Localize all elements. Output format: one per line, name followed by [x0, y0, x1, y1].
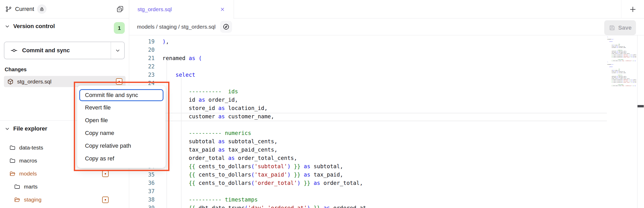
changes-count-badge: 1 [114, 22, 125, 34]
scrollbar-marker[interactable] [638, 105, 644, 107]
folder-label: staging [24, 197, 42, 203]
branch-bar: Current [0, 0, 129, 18]
file-explorer-header[interactable]: File explorer [5, 125, 47, 132]
model-cube-icon [7, 78, 14, 85]
tab-bar: stg_orders.sql [129, 0, 644, 18]
commit-and-sync-button[interactable]: Commit and sync [4, 42, 111, 59]
new-tab-button[interactable] [627, 4, 639, 15]
modified-indicator-icon [116, 78, 122, 85]
version-control-title: Version control [13, 23, 55, 30]
breadcrumb-bar: models / staging / stg_orders.sql Save [129, 18, 644, 35]
branch-name: Current [15, 6, 34, 12]
changed-file-name: stg_orders.sql [17, 79, 51, 85]
git-branch-icon [5, 6, 12, 12]
folder-open-icon [14, 197, 20, 203]
folder-label: models [19, 171, 37, 177]
chevron-down-icon [5, 126, 10, 131]
folder-closed-icon [14, 184, 20, 190]
editor-pane: stg_orders.sql models / staging / stg_or… [129, 0, 644, 208]
folder-label: macros [19, 158, 37, 164]
sidebar-item-models[interactable]: models [0, 167, 129, 180]
sidebar-item-marts[interactable]: marts [0, 180, 129, 193]
tabbar-separator [621, 0, 621, 18]
tab-label: stg_orders.sql [137, 6, 172, 12]
copy-icon[interactable] [116, 5, 124, 13]
folder-label: data-tests [19, 145, 43, 151]
minimap-divider [637, 35, 638, 208]
modified-indicator-icon [102, 171, 109, 177]
menu-item-copy-relative-path[interactable]: Copy relative path [77, 139, 166, 152]
commit-and-sync-label: Commit and sync [22, 47, 70, 54]
menu-item-copy-name[interactable]: Copy name [77, 127, 166, 139]
minimap[interactable]: ), renamed as ( select ---------- ids id… [607, 36, 636, 122]
menu-item-copy-as-ref[interactable]: Copy as ref [77, 152, 166, 165]
chevron-down-icon [5, 24, 10, 29]
menu-item-revert-file[interactable]: Revert file [77, 101, 166, 114]
folder-closed-icon [9, 158, 16, 164]
version-control-header[interactable]: Version control [5, 23, 55, 30]
sidebar-item-staging[interactable]: staging [0, 193, 129, 206]
lock-icon [37, 4, 47, 14]
menu-item-open-file[interactable]: Open file [77, 114, 166, 127]
close-icon[interactable] [220, 6, 225, 12]
file-context-menu: Commit file and sync Revert file Open fi… [77, 86, 166, 168]
compass-icon[interactable] [220, 21, 232, 33]
file-explorer-title: File explorer [13, 125, 47, 132]
modified-indicator-icon [102, 197, 109, 203]
floppy-icon [609, 24, 615, 31]
breadcrumb: models / staging / stg_orders.sql [137, 24, 215, 30]
changes-section-label: Changes [5, 67, 27, 73]
save-label: Save [618, 24, 632, 31]
tab-stg-orders[interactable]: stg_orders.sql [129, 0, 234, 19]
save-button[interactable]: Save [604, 20, 636, 35]
commit-and-sync-split-button: Commit and sync [4, 42, 125, 59]
code-editor[interactable]: 19),2021renamed as (2223 select2425 ----… [129, 35, 644, 208]
folder-closed-icon [9, 145, 16, 151]
commit-options-dropdown[interactable] [111, 42, 124, 59]
folder-open-icon [9, 171, 16, 177]
folder-label: marts [24, 184, 38, 190]
menu-item-commit-file-and-sync[interactable]: Commit file and sync [79, 89, 163, 101]
git-commit-icon [10, 47, 18, 54]
